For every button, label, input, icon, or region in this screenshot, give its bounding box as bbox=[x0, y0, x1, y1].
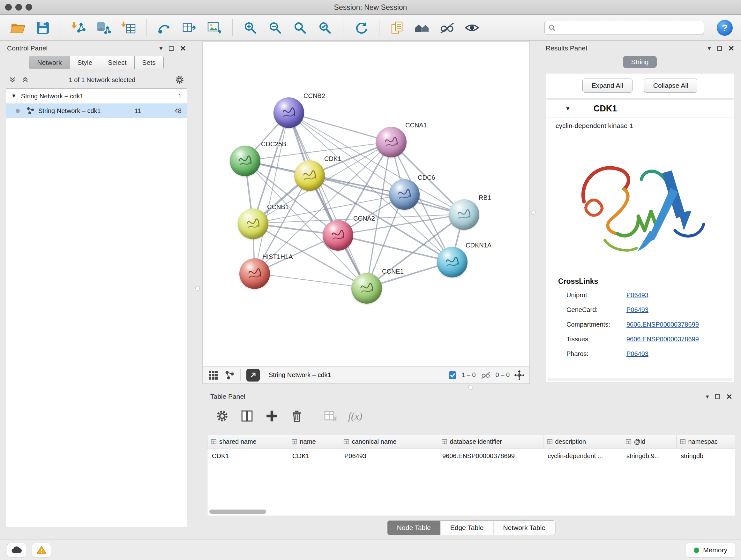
tab-edge-table[interactable]: Edge Table bbox=[441, 520, 494, 535]
horizontal-scrollbar[interactable] bbox=[547, 378, 732, 381]
function-builder-button[interactable]: f(x) bbox=[348, 409, 362, 423]
table-cell[interactable]: CDK1 bbox=[288, 449, 340, 463]
memory-button[interactable]: Memory bbox=[686, 543, 735, 557]
table-cell[interactable]: cyclin-dependent ... bbox=[543, 449, 622, 463]
column-header-canonical-name[interactable]: canonical name bbox=[340, 435, 438, 449]
network-edge-CCNB2-CCNA1[interactable] bbox=[288, 113, 391, 142]
panel-splitter-handle[interactable] bbox=[195, 286, 200, 291]
column-header-database-identifier[interactable]: database identifier bbox=[438, 435, 543, 449]
zoom-selected-button[interactable] bbox=[316, 18, 335, 37]
network-edge-CCNE1-HIST1H1A[interactable] bbox=[255, 273, 366, 288]
table-settings-button[interactable] bbox=[215, 409, 229, 423]
network-node-CDKN1A[interactable] bbox=[437, 247, 468, 277]
selected-checkbox-icon[interactable] bbox=[448, 371, 457, 380]
close-panel-icon[interactable]: × bbox=[726, 393, 732, 400]
network-node-CCNB1[interactable] bbox=[238, 208, 268, 239]
network-node-RB1[interactable] bbox=[449, 199, 479, 230]
network-edge-CCNB2-HIST1H1A[interactable] bbox=[255, 113, 289, 273]
tab-sets[interactable]: Sets bbox=[134, 56, 164, 69]
table-cell[interactable]: stringdb:9... bbox=[622, 449, 676, 463]
tab-network[interactable]: Network bbox=[29, 56, 70, 69]
network-collection-row[interactable]: ▼ String Network – cdk1 1 bbox=[6, 89, 187, 104]
import-network-from-database-button[interactable] bbox=[94, 18, 113, 37]
network-node-CDC6[interactable] bbox=[389, 179, 420, 210]
tab-style[interactable]: Style bbox=[69, 56, 100, 69]
expand-all-chevron-icon[interactable] bbox=[21, 76, 29, 84]
gene-header[interactable]: ▼ CDK1 bbox=[546, 100, 734, 118]
collapse-all-button[interactable]: Collapse All bbox=[644, 78, 697, 92]
hidden-glasses-icon[interactable] bbox=[480, 371, 491, 380]
float-panel-icon[interactable]: ▾ bbox=[159, 45, 162, 51]
hide-selection-button[interactable] bbox=[437, 18, 457, 37]
disclosure-triangle-icon[interactable]: ▼ bbox=[565, 106, 570, 112]
column-header-shared-name[interactable]: shared name bbox=[207, 435, 288, 449]
network-node-CCNA1[interactable] bbox=[376, 127, 407, 158]
tab-network-table[interactable]: Network Table bbox=[493, 520, 555, 535]
string-results-tab[interactable]: String bbox=[623, 56, 657, 68]
new-network-button[interactable] bbox=[155, 18, 174, 37]
delete-table-button[interactable] bbox=[323, 409, 338, 423]
share-network-icon[interactable] bbox=[224, 370, 234, 380]
close-panel-icon[interactable]: × bbox=[180, 44, 186, 52]
tab-node-table[interactable]: Node Table bbox=[387, 520, 441, 535]
network-item-row[interactable]: String Network – cdk1 11 48 bbox=[6, 104, 187, 118]
maximize-panel-icon[interactable] bbox=[717, 46, 722, 51]
crosslink-link[interactable]: 9606.ENSP00000378699 bbox=[626, 335, 699, 343]
show-columns-button[interactable] bbox=[240, 409, 254, 423]
column-header-name[interactable]: name bbox=[288, 435, 340, 449]
zoom-fit-button[interactable] bbox=[291, 18, 310, 37]
add-column-button[interactable] bbox=[265, 409, 279, 423]
zoom-in-button[interactable] bbox=[241, 18, 260, 37]
zoom-out-button[interactable] bbox=[266, 18, 285, 37]
hide-panels-button[interactable] bbox=[413, 18, 432, 37]
show-selection-button[interactable] bbox=[462, 18, 482, 37]
network-to-table-button[interactable] bbox=[180, 18, 199, 37]
network-node-CCNA2[interactable] bbox=[323, 220, 353, 251]
export-image-button[interactable] bbox=[205, 18, 224, 37]
horizontal-scrollbar[interactable] bbox=[209, 509, 733, 514]
panel-splitter-handle[interactable] bbox=[531, 210, 536, 214]
close-panel-icon[interactable]: × bbox=[728, 44, 734, 52]
float-panel-icon[interactable]: ▾ bbox=[708, 45, 711, 51]
save-session-button[interactable] bbox=[33, 18, 52, 37]
table-cell[interactable]: CDK1 bbox=[207, 449, 288, 463]
column-header--id[interactable]: @id bbox=[622, 435, 676, 449]
expand-all-button[interactable]: Expand All bbox=[583, 78, 632, 92]
network-edge-CCNB2-CCNE1[interactable] bbox=[288, 113, 366, 288]
panel-splitter-handle[interactable] bbox=[468, 385, 473, 389]
table-cell[interactable]: P06493 bbox=[340, 449, 438, 463]
crosslink-link[interactable]: 9606.ENSP00000378699 bbox=[626, 321, 699, 328]
import-network-from-file-button[interactable] bbox=[69, 18, 88, 37]
gear-icon[interactable] bbox=[175, 75, 185, 84]
birds-eye-view-button[interactable] bbox=[246, 369, 260, 381]
network-node-CDK1[interactable] bbox=[294, 160, 325, 191]
zoom-window-button[interactable] bbox=[25, 4, 32, 10]
tab-select[interactable]: Select bbox=[100, 56, 134, 69]
close-window-button[interactable] bbox=[5, 4, 12, 10]
warnings-button[interactable] bbox=[32, 543, 51, 557]
network-node-CCNB2[interactable] bbox=[273, 98, 304, 128]
cloud-status-button[interactable] bbox=[7, 543, 26, 557]
apply-layout-button[interactable] bbox=[352, 18, 371, 37]
table-cell[interactable]: stringdb bbox=[676, 449, 735, 463]
open-session-button[interactable] bbox=[8, 18, 27, 37]
help-button[interactable]: ? bbox=[717, 20, 733, 36]
collapse-all-chevron-icon[interactable] bbox=[8, 76, 17, 84]
disclosure-triangle-icon[interactable]: ▼ bbox=[11, 93, 17, 99]
import-table-from-file-button[interactable] bbox=[119, 18, 138, 37]
column-header-description[interactable]: description bbox=[543, 435, 622, 449]
pan-crosshair-icon[interactable] bbox=[514, 370, 524, 380]
table-cell[interactable]: 9606.ENSP00000378699 bbox=[438, 449, 543, 463]
network-node-CCNE1[interactable] bbox=[351, 273, 382, 304]
network-edge-CCNA2-CDKN1A[interactable] bbox=[338, 235, 452, 262]
delete-column-button[interactable] bbox=[289, 409, 304, 423]
table-row[interactable]: CDK1CDK1P064939606.ENSP00000378699cyclin… bbox=[207, 449, 735, 463]
grid-view-icon[interactable] bbox=[208, 370, 219, 381]
copy-document-button[interactable] bbox=[388, 18, 407, 37]
maximize-panel-icon[interactable] bbox=[715, 394, 720, 399]
crosslink-link[interactable]: P06493 bbox=[626, 350, 649, 358]
minimize-window-button[interactable] bbox=[15, 4, 22, 10]
scrollbar-thumb[interactable] bbox=[209, 509, 266, 514]
maximize-panel-icon[interactable] bbox=[169, 46, 174, 51]
network-node-CDC25B[interactable] bbox=[230, 145, 260, 176]
